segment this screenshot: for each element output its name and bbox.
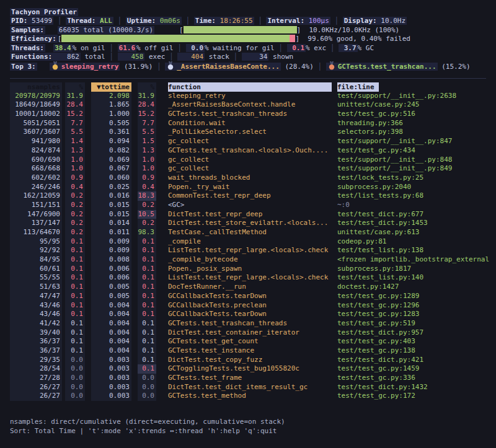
pid-value: 53499 [28, 17, 53, 25]
table-row[interactable]: 3607/3607 5.5 0.361 5.5 _PollLikeSelecto… [10, 128, 496, 137]
thread-stat[interactable]: Thread: ALL [66, 17, 113, 25]
table-row[interactable]: 941/980 1.4 0.094 1.5 gc_collect test/su… [10, 137, 496, 146]
column-header-cum-pct[interactable]: % [138, 82, 156, 92]
table-row[interactable]: 246/246 0.4 0.025 0.4 Popen._try_wait su… [10, 183, 496, 192]
efficiency-bar [61, 35, 295, 42]
cell-tottime: 0.003 [91, 356, 131, 365]
cell-file-line: test/test_dict.py:677 [337, 210, 494, 219]
cell-tottime: 0.069 [91, 156, 131, 165]
table-row[interactable]: 28/54 0.0 0.003 0.1 GCTogglingTests.test… [10, 364, 496, 374]
cell-file-line: test/support/__init__.py:847 [337, 137, 494, 146]
cell-cum-pct: 15.2 [138, 110, 156, 119]
cell-direct-pct: 0.0 [65, 364, 85, 374]
functions-stack: 404 [177, 53, 205, 61]
table-row[interactable]: 55/55 0.1 0.006 0.1 ListTest.test_repr_l… [10, 273, 496, 283]
functions-shown: 34 [242, 53, 269, 61]
table-row[interactable]: 690/690 1.0 0.069 1.0 gc_collect test/su… [10, 156, 496, 165]
interval-value: 100μs [304, 17, 329, 25]
table-row[interactable]: 47/47 0.1 0.005 0.1 GCCallbackTests.tear… [10, 292, 496, 301]
cell-cum-pct: 0.0 [138, 392, 156, 401]
table-row[interactable]: 41/42 0.1 0.004 0.1 GCTests.test_trashca… [10, 319, 496, 328]
cell-direct-pct: 0.0 [65, 392, 85, 401]
cell-nsamples: 84/95 [10, 255, 62, 265]
table-row[interactable]: 95/95 0.1 0.009 0.1 _compile codeop.py:8… [10, 237, 496, 247]
cell-cum-pct: 0.1 [138, 246, 156, 255]
table-row[interactable]: 29/35 0.0 0.003 0.1 DictTest.test_copy_f… [10, 356, 496, 365]
cell-direct-pct: 0.9 [65, 173, 85, 183]
table-row[interactable]: 51/63 0.1 0.005 0.1 DocTestRunner.__run … [10, 283, 496, 292]
column-header-function[interactable]: function [168, 82, 332, 92]
cell-direct-pct: 0.0 [65, 356, 85, 365]
table-row[interactable]: 602/602 0.9 0.060 0.9 wait_threads_block… [10, 173, 496, 183]
cell-cum-pct: 1.5 [138, 137, 156, 146]
table-row[interactable]: 43/46 0.1 0.004 0.1 GCCallbackTests.prec… [10, 301, 496, 310]
table-header: nsamples % ▼tottime % function file:line [10, 82, 496, 92]
pid-stat: PID: 53499 [10, 17, 53, 25]
table-row[interactable]: 10001/10002 15.2 1.000 15.2 GCTests.test… [10, 110, 496, 119]
table-row[interactable]: 36/37 0.1 0.004 0.1 GCTests.test_get_cou… [10, 337, 496, 346]
column-header-file-line[interactable]: file:line [337, 82, 379, 92]
divider: │ [182, 17, 194, 25]
table-row[interactable]: 20978/20979 31.9 2.098 31.9 sleeping_ret… [10, 92, 496, 101]
bar-open-bracket: [ [58, 35, 62, 43]
cell-direct-pct: 0.1 [65, 319, 85, 328]
top3-entry-2[interactable]: _AssertRaisesBaseConte... [165, 63, 281, 71]
cell-nsamples: 824/874 [10, 146, 62, 156]
table-row[interactable]: 18649/18649 28.4 1.865 28.4 _AssertRaise… [10, 100, 496, 110]
table-row[interactable]: 92/92 0.1 0.009 0.1 ListTest.test_repr_l… [10, 246, 496, 255]
time-label: Time: [195, 17, 216, 25]
cell-nsamples: 47/47 [10, 292, 62, 301]
cell-nsamples: 51/63 [10, 283, 62, 292]
table-row[interactable]: 26/27 0.0 0.003 0.0 GCTests.test_method … [10, 392, 496, 401]
table-row[interactable]: 26/27 0.0 0.003 0.0 DictTest.test_dict_i… [10, 383, 496, 392]
table-row[interactable]: 5051/5051 7.7 0.505 7.7 Condition.wait t… [10, 119, 496, 128]
column-header-direct-pct[interactable]: % [65, 82, 85, 92]
cell-nsamples: 95/95 [10, 237, 62, 247]
cell-function: GCCallbackTests.tearDown [168, 292, 332, 301]
cell-file-line: unittest/case.py:245 [337, 100, 494, 110]
top3-entry-1[interactable]: sleeping_retry [50, 63, 120, 71]
cell-tottime: 0.008 [91, 255, 131, 265]
table-row[interactable]: 36/37 0.1 0.004 0.1 GCTests.test_instanc… [10, 346, 496, 356]
uptime-label: Uptime: [127, 17, 156, 25]
gil-on-suffix: % on gil [73, 44, 105, 52]
cell-direct-pct: 1.0 [65, 156, 85, 165]
cell-function: ListTest.test_repr_large.<locals>.check [168, 273, 332, 283]
table-row[interactable]: 27/28 0.0 0.003 0.0 GCTests.test_frame t… [10, 374, 496, 383]
title-line: Tachyon Profiler [10, 8, 496, 17]
table-row[interactable]: 39/40 0.1 0.004 0.1 DictTest.test_contai… [10, 328, 496, 338]
cell-tottime: 0.004 [91, 337, 131, 346]
cell-direct-pct: 15.2 [65, 110, 85, 119]
cell-tottime: 0.003 [91, 374, 131, 383]
top3-entry-3[interactable]: GCTests.test_trashcan... [326, 63, 438, 71]
column-header-tottime-sorted[interactable]: ▼tottime [91, 82, 131, 92]
cell-function: Popen._posix_spawn [168, 265, 332, 274]
table-row[interactable]: 151/151 0.2 0.015 0.2 <GC> ~:0 [10, 201, 496, 210]
table-row[interactable]: 147/6900 0.2 0.015 10.5 DictTest.test_re… [10, 210, 496, 219]
table-row[interactable]: 162/12059 0.2 0.016 18.3 CommonTest.test… [10, 191, 496, 201]
table-row[interactable]: 84/95 0.1 0.008 0.1 _compile_bytecode <f… [10, 255, 496, 265]
uptime-stat: Uptime: 0m06s [126, 17, 182, 25]
cell-function: GCTests.test_trashcan_threads [168, 110, 332, 119]
exc-stat: 0.1 [287, 44, 306, 52]
divider: │ [314, 63, 326, 71]
cell-tottime: 0.082 [91, 146, 131, 156]
cell-tottime: 0.067 [91, 164, 131, 173]
samples-bar-fill [184, 26, 297, 33]
cell-file-line: test/support/__init__.py:849 [337, 164, 494, 173]
cell-file-line: test/test_list.py:140 [337, 273, 494, 283]
cell-direct-pct: 1.0 [65, 164, 85, 173]
table-row[interactable]: 113/64670 0.2 0.011 98.3 TestCase._callT… [10, 228, 496, 237]
cell-cum-pct: 0.1 [138, 356, 156, 365]
column-header-nsamples[interactable]: nsamples [10, 82, 62, 92]
cell-direct-pct: 0.4 [65, 183, 85, 192]
exc-value: 0.1 [288, 44, 305, 52]
table-row[interactable]: 668/668 1.0 0.067 1.0 gc_collect test/su… [10, 164, 496, 173]
table-row[interactable]: 824/874 1.3 0.082 1.3 GCTests.test_trash… [10, 146, 496, 156]
table-row[interactable]: 137/147 0.2 0.014 0.2 DictTest.test_stor… [10, 219, 496, 228]
cell-file-line: test/support/__init__.py:848 [337, 156, 494, 165]
table-row[interactable]: 60/61 0.1 0.006 0.1 Popen._posix_spawn s… [10, 265, 496, 274]
cell-function: _compile [168, 237, 332, 247]
cell-nsamples: 113/64670 [10, 228, 62, 237]
table-row[interactable]: 43/46 0.1 0.004 0.1 GCCallbackTests.tear… [10, 310, 496, 319]
